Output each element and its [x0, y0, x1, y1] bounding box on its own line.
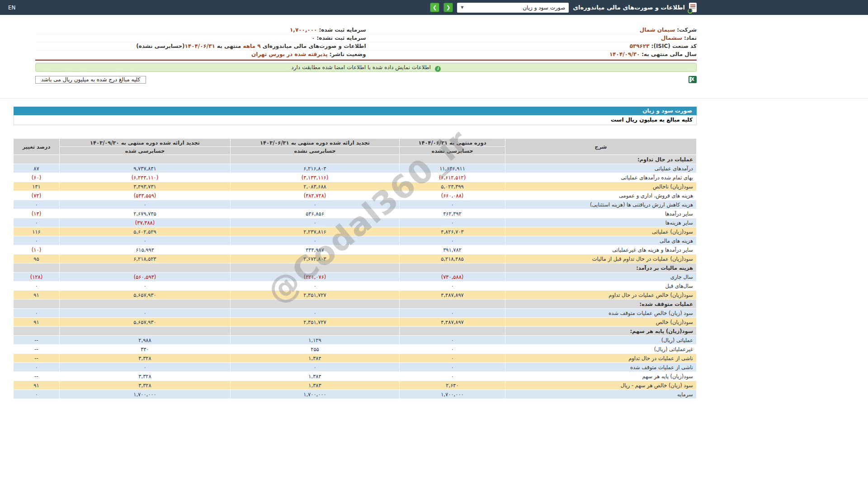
- row-label: سال جاری: [505, 272, 697, 282]
- amount-cell: ۰: [400, 200, 505, 209]
- statement-row: سال‌های قبل۰۰۰۰: [14, 282, 697, 291]
- amount-cell: ۰: [231, 236, 400, 245]
- amount-cell: ۱,۷۰۰,۰۰۰: [60, 390, 231, 399]
- amount-cell: [60, 263, 231, 272]
- amount-cell: ۲,۹۸۸: [60, 336, 231, 345]
- amount-cell: ۱,۳۸۳: [231, 381, 400, 390]
- row-label: غیرعملیاتی (ریال): [505, 345, 697, 354]
- statement-row: سود(زیان) عملیات در حال تداوم قبل از مال…: [14, 254, 697, 263]
- amount-cell: ۲۵۵: [231, 345, 400, 354]
- percent-change-cell: --: [14, 345, 60, 354]
- language-toggle-en[interactable]: EN: [8, 5, 16, 11]
- amount-cell: ۱,۷۰۰,۰۰۰: [231, 390, 400, 399]
- col-period-current: دوره منتهی به ۱۴۰۴/۰۶/۳۱: [400, 139, 505, 147]
- amount-cell: ۳۹۱,۷۸۲: [400, 245, 505, 254]
- row-label: هزینه های مالی: [505, 236, 697, 245]
- statement-row: عملیاتی (ریال)۰۱,۱۲۹۲,۹۸۸--: [14, 336, 697, 345]
- amount-cell: (۵۳۳,۵۵۹): [60, 191, 231, 200]
- amount-cell: ۲,۲۳۷,۸۱۶: [231, 227, 400, 236]
- info-label: شرکت:: [677, 27, 697, 33]
- statement-row: سایر درآمدها۴۶۲,۳۹۲۵۳۶,۸۵۶۲,۶۷۹,۷۴۵(۱۴): [14, 209, 697, 218]
- info-label: کد صنعت (ISIC):: [651, 43, 697, 49]
- section-divider: [0, 98, 868, 99]
- statement-row: هزینه های مالی۰۰۰۰: [14, 236, 697, 245]
- amount-cell: (۶۶۰,۰۸۸): [400, 191, 505, 200]
- row-label: سود(زیان) عملیاتی: [505, 227, 697, 236]
- amount-cell: ۲,۰۸۳,۶۸۸: [231, 182, 400, 191]
- row-label: هزینه مالیات بر درآمد:: [505, 263, 697, 272]
- amount-cell: ۵,۰۲۴,۳۹۹: [400, 182, 505, 191]
- statement-row: سال جاری(۷۳۰,۵۸۸)(۳۲۱,۰۷۶)(۵۶۰,۵۹۳)(۱۲۸): [14, 272, 697, 282]
- amount-cell: (۵۶۰,۵۹۳): [60, 272, 231, 282]
- amount-cell: ۰: [400, 236, 505, 245]
- amount-cell: [60, 155, 231, 164]
- amount-cell: ۶۱۵,۹۹۴: [60, 245, 231, 254]
- amount-cell: ۳,۳۲۸: [60, 381, 231, 390]
- amount-cell: ۰: [400, 282, 505, 291]
- section-row: سود(زیان) پایه هر سهم:: [14, 327, 697, 336]
- amount-cell: (۶,۶۱۲,۵۱۲): [400, 173, 505, 182]
- company-info-row-left: سرمایه ثبت شده:۱,۷۰۰,۰۰۰: [35, 26, 366, 34]
- amount-cell: ۰: [60, 236, 231, 245]
- statement-select[interactable]: صورت سود و زیان ▼: [457, 3, 569, 13]
- info-label: منتهی به: [215, 43, 243, 49]
- amount-cell: [400, 155, 505, 164]
- percent-change-cell: [14, 327, 60, 336]
- amount-cell: ۱,۱۲۹: [231, 336, 400, 345]
- amount-cell: ۰: [60, 309, 231, 318]
- navbar-right-group: اطلاعات و صورت‌های مالی میاندوره‌ای صورت…: [430, 3, 697, 13]
- statement-row: ناشی از عملیات متوقف شده۰۰۰۰: [14, 363, 697, 372]
- info-value: سیمان شمال: [640, 27, 675, 33]
- section-row: عملیات در حال تداوم:: [14, 155, 697, 164]
- statement-row: بهای تمام شده درآمدهای عملیاتی(۶,۶۱۲,۵۱۲…: [14, 173, 697, 182]
- statement-row: سود(زیان) ناخالص۵,۰۲۴,۳۹۹۲,۰۸۳,۶۸۸۳,۴۹۳,…: [14, 182, 697, 191]
- row-label: عملیات متوقف شده:: [505, 300, 697, 309]
- excel-export-icon[interactable]: X: [689, 76, 697, 83]
- amount-cell: ۱,۷۰۰,۰۰۰: [400, 390, 505, 399]
- amount-cell: [231, 155, 400, 164]
- amount-cell: ۰: [400, 336, 505, 345]
- amount-cell: ۰: [60, 363, 231, 372]
- amount-cell: ۳,۳۲۸: [60, 354, 231, 363]
- info-label: اطلاعات و صورت‌های مالی میاندوره‌ای: [261, 43, 366, 49]
- prev-statement-button[interactable]: ❮: [443, 3, 453, 12]
- row-label: سود(زیان) خالص عملیات در حال تداوم: [505, 291, 697, 300]
- report-document-icon[interactable]: [689, 3, 697, 12]
- row-label: سایر درآمدها و هزینه های غیرعملیاتی: [505, 245, 697, 254]
- amount-cell: ۲,۳۵۱,۷۲۷: [231, 291, 400, 300]
- amount-cell: (۶,۲۴۴,۱۱۰): [60, 173, 231, 182]
- percent-change-cell: ۱۱۶: [14, 227, 60, 236]
- next-statement-button[interactable]: ❯: [430, 3, 439, 12]
- row-label: درآمدهای عملیاتی: [505, 164, 697, 173]
- percent-change-cell: [14, 155, 60, 164]
- banner-text: اطلاعات نمایش داده شده با اطلاعات امضا ش…: [291, 64, 431, 70]
- amount-cell: ۱,۳۸۴: [231, 372, 400, 381]
- amount-cell: ۴,۴۸۷,۸۹۷: [400, 291, 505, 300]
- percent-change-cell: ۰: [14, 282, 60, 291]
- info-value: ۱۴۰۴/۰۶/۳۱: [185, 43, 215, 49]
- amount-cell: ۰: [400, 354, 505, 363]
- amount-cell: ۰: [231, 200, 400, 209]
- statement-row: هزینه های فروش، اداری و عمومی(۶۶۰,۰۸۸)(۳…: [14, 191, 697, 200]
- amount-cell: [400, 263, 505, 272]
- amount-cell: [231, 300, 400, 309]
- row-label: هزینه کاهش ارزش دریافتنی ها (هزینه استثن…: [505, 200, 697, 209]
- row-label: سایر درآمدها: [505, 209, 697, 218]
- statement-row: غیرعملیاتی (ریال)۰۲۵۵۳۴۰--: [14, 345, 697, 354]
- info-label: (حسابرسی نشده): [136, 43, 184, 49]
- table-header-row: شرح دوره منتهی به ۱۴۰۴/۰۶/۳۱ تجدید ارائه…: [14, 139, 697, 147]
- amount-cell: ۳۴۰: [60, 345, 231, 354]
- amount-cell: ۰: [400, 372, 505, 381]
- amount-cell: ۰: [231, 363, 400, 372]
- amount-cell: ۴,۴۸۷,۸۹۷: [400, 318, 505, 327]
- amount-cell: ۰: [400, 309, 505, 318]
- amount-cell: ۴,۸۲۶,۷۰۳: [400, 227, 505, 236]
- row-label: سود(زیان) عملیات در حال تداوم قبل از مال…: [505, 254, 697, 263]
- row-label: سال‌های قبل: [505, 282, 697, 291]
- amount-cell: [231, 263, 400, 272]
- amount-cell: ۲,۶۴۰: [400, 381, 505, 390]
- row-label: سود(زیان) پایه هر سهم:: [505, 327, 697, 336]
- amount-cell: ۳,۳۲۸: [60, 372, 231, 381]
- percent-change-cell: --: [14, 336, 60, 345]
- amount-cell: ۶,۲۱۶,۸۰۴: [231, 164, 400, 173]
